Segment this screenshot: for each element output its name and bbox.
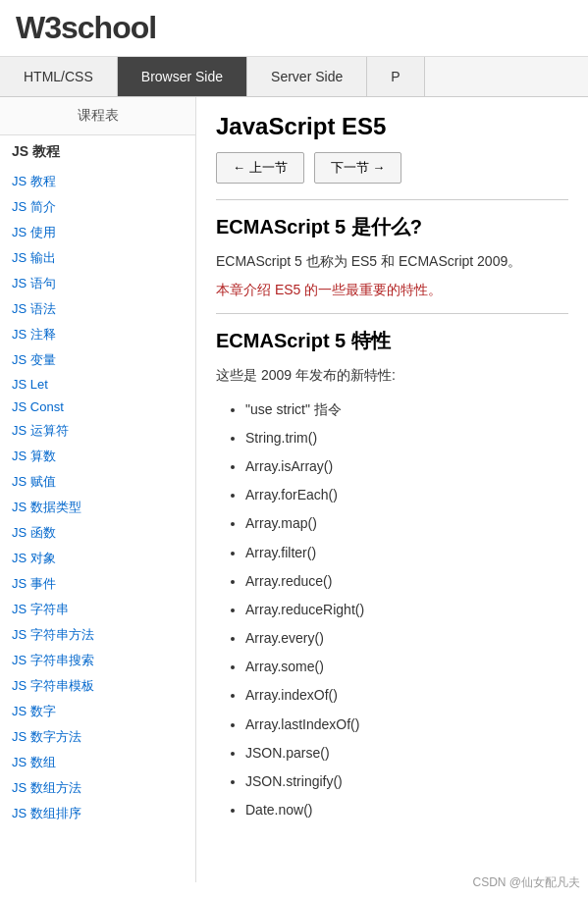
sidebar-link[interactable]: JS 函数 <box>0 520 195 546</box>
sidebar-links: JS 教程JS 简介JS 使用JS 输出JS 语句JS 语法JS 注释JS 变量… <box>0 169 195 826</box>
feature-item: Array.reduce() <box>245 567 568 596</box>
watermark: CSDN @仙女配凡夫 <box>472 874 580 882</box>
feature-item: "use strict" 指令 <box>245 396 568 424</box>
nav-tabs: HTML/CSS Browser Side Server Side P <box>0 57 588 97</box>
header: W3school <box>0 0 588 57</box>
sidebar-section-title: JS 教程 <box>0 135 195 169</box>
sidebar-link[interactable]: JS 数据类型 <box>0 495 195 520</box>
sidebar-link[interactable]: JS 语句 <box>0 271 195 296</box>
sidebar-link[interactable]: JS 教程 <box>0 169 195 194</box>
sidebar-link[interactable]: JS 赋值 <box>0 469 195 495</box>
feature-item: Array.isArray() <box>245 452 568 481</box>
sidebar-link[interactable]: JS 数组方法 <box>0 775 195 801</box>
nav-buttons: ← 上一节 下一节 → <box>216 152 568 184</box>
main-content: JavaScript ES5 ← 上一节 下一节 → ECMAScript 5 … <box>196 97 588 882</box>
feature-list: "use strict" 指令String.trim()Array.isArra… <box>216 396 568 825</box>
divider-1 <box>216 199 568 200</box>
feature-item: JSON.parse() <box>245 739 568 767</box>
sidebar-link[interactable]: JS 数组排序 <box>0 801 195 826</box>
feature-item: Array.forEach() <box>245 481 568 509</box>
sidebar: 课程表 JS 教程 JS 教程JS 简介JS 使用JS 输出JS 语句JS 语法… <box>0 97 196 882</box>
section1-text2: 本章介绍 ES5 的一些最重要的特性。 <box>216 282 568 299</box>
sidebar-link[interactable]: JS 字符串模板 <box>0 673 195 699</box>
sidebar-title: 课程表 <box>0 97 195 135</box>
sidebar-link[interactable]: JS 算数 <box>0 444 195 469</box>
section1-text1: ECMAScript 5 也称为 ES5 和 ECMAScript 2009。 <box>216 250 568 274</box>
logo-school: school <box>61 10 156 45</box>
logo-w3: W3 <box>16 10 61 45</box>
sidebar-link[interactable]: JS 运算符 <box>0 418 195 444</box>
section2-title: ECMAScript 5 特性 <box>216 328 568 354</box>
section2-intro: 这些是 2009 年发布的新特性: <box>216 364 568 388</box>
tab-browser-side[interactable]: Browser Side <box>118 57 247 96</box>
sidebar-link[interactable]: JS 语法 <box>0 296 195 322</box>
prev-button[interactable]: ← 上一节 <box>216 152 304 184</box>
sidebar-link[interactable]: JS 事件 <box>0 571 195 597</box>
sidebar-link[interactable]: JS 注释 <box>0 322 195 347</box>
sidebar-link[interactable]: JS 数字 <box>0 699 195 724</box>
feature-item: Array.reduceRight() <box>245 596 568 624</box>
section1-title: ECMAScript 5 是什么? <box>216 214 568 240</box>
feature-item: Array.filter() <box>245 539 568 567</box>
sidebar-link[interactable]: JS 变量 <box>0 347 195 373</box>
sidebar-link[interactable]: JS 输出 <box>0 245 195 271</box>
sidebar-link[interactable]: JS 简介 <box>0 194 195 220</box>
layout: 课程表 JS 教程 JS 教程JS 简介JS 使用JS 输出JS 语句JS 语法… <box>0 97 588 882</box>
feature-item: Date.now() <box>245 796 568 824</box>
feature-item: Array.every() <box>245 624 568 653</box>
sidebar-link[interactable]: JS 字符串方法 <box>0 622 195 648</box>
tab-more[interactable]: P <box>367 57 424 96</box>
sidebar-link[interactable]: JS Const <box>0 396 195 418</box>
sidebar-link[interactable]: JS 数字方法 <box>0 724 195 750</box>
page-title: JavaScript ES5 <box>216 113 568 140</box>
feature-item: String.trim() <box>245 424 568 452</box>
next-button[interactable]: 下一节 → <box>314 152 402 184</box>
feature-item: JSON.stringify() <box>245 767 568 796</box>
feature-item: Array.lastIndexOf() <box>245 711 568 739</box>
sidebar-link[interactable]: JS Let <box>0 373 195 396</box>
tab-html-css[interactable]: HTML/CSS <box>0 57 118 96</box>
sidebar-link[interactable]: JS 字符串搜索 <box>0 648 195 673</box>
logo: W3school <box>16 10 572 46</box>
feature-item: Array.map() <box>245 509 568 538</box>
sidebar-link[interactable]: JS 字符串 <box>0 597 195 622</box>
sidebar-link[interactable]: JS 对象 <box>0 546 195 571</box>
feature-item: Array.indexOf() <box>245 681 568 710</box>
sidebar-link[interactable]: JS 数组 <box>0 750 195 775</box>
feature-item: Array.some() <box>245 653 568 681</box>
sidebar-link[interactable]: JS 使用 <box>0 220 195 245</box>
divider-2 <box>216 313 568 314</box>
tab-server-side[interactable]: Server Side <box>247 57 367 96</box>
